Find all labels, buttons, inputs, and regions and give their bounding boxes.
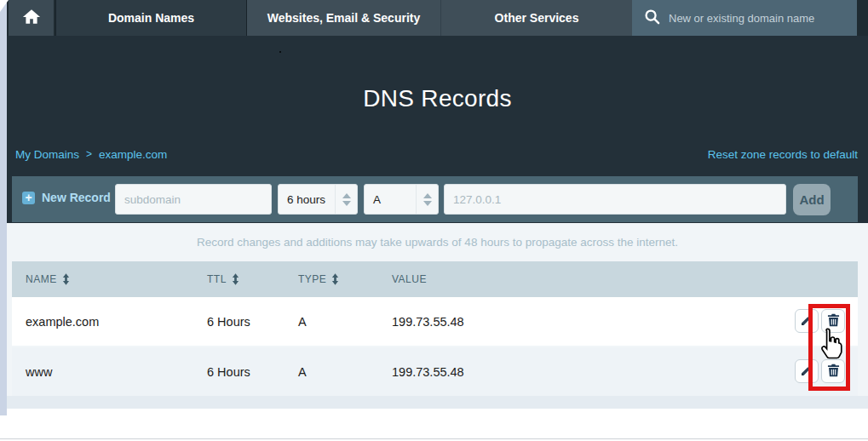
cell-type: A <box>298 347 307 396</box>
cell-type: A <box>298 297 307 346</box>
column-label: TYPE <box>298 273 326 285</box>
tab-label: Domain Names <box>108 11 194 25</box>
tab-label: Websites, Email & Security <box>267 11 420 25</box>
column-label: TTL <box>207 273 227 285</box>
top-navigation-bar: Domain Names Websites, Email & Security … <box>7 0 868 36</box>
column-label: NAME <box>26 273 57 285</box>
breadcrumb-my-domains[interactable]: My Domains <box>15 148 79 161</box>
table-row: www 6 Hours A 199.73.55.48 <box>12 347 858 396</box>
delete-record-button[interactable] <box>821 309 845 333</box>
edit-record-button[interactable] <box>795 309 819 333</box>
cell-name: www <box>26 347 52 396</box>
cell-value: 199.73.55.48 <box>392 347 464 396</box>
trash-icon <box>827 364 840 380</box>
tab-label: Other Services <box>495 11 579 25</box>
breadcrumb-current-domain: example.com <box>99 148 167 161</box>
spinner-down-icon <box>342 201 351 206</box>
ttl-select[interactable]: 6 hours <box>278 184 358 215</box>
domain-search-box[interactable] <box>632 0 857 36</box>
new-record-form-bar: + New Record 6 hours A Add <box>12 176 858 222</box>
plus-icon: + <box>22 192 35 204</box>
tab-websites-email-security[interactable]: Websites, Email & Security <box>247 0 440 36</box>
table-row: example.com 6 Hours A 199.73.55.48 <box>12 297 858 346</box>
spinner-down-icon <box>423 201 432 206</box>
records-table-header: NAME TTL TYPE VALUE <box>12 261 858 297</box>
spinner-up-icon <box>342 193 351 198</box>
home-icon <box>22 9 41 27</box>
table-footer-band <box>7 396 868 409</box>
breadcrumb-separator: > <box>86 148 92 161</box>
spinner-icon[interactable] <box>335 185 357 214</box>
column-header-name[interactable]: NAME <box>26 261 70 297</box>
spinner-up-icon <box>423 193 432 198</box>
content-area: Record changes and additions may take up… <box>7 223 868 409</box>
cell-value: 199.73.55.48 <box>392 297 464 346</box>
search-input[interactable] <box>669 12 848 25</box>
record-value-input[interactable] <box>444 184 786 215</box>
reset-zone-records-link[interactable]: Reset zone records to default <box>708 148 858 161</box>
sort-icon[interactable] <box>331 273 339 285</box>
stray-dot <box>279 51 281 53</box>
add-record-button[interactable]: Add <box>793 184 831 215</box>
record-type-value: A <box>373 193 381 206</box>
search-icon <box>644 9 660 28</box>
column-header-value: VALUE <box>392 261 427 297</box>
tab-other-services[interactable]: Other Services <box>440 0 632 36</box>
spinner-icon[interactable] <box>416 185 438 214</box>
new-record-label: New Record <box>42 191 111 204</box>
ttl-select-value: 6 hours <box>287 193 325 206</box>
new-record-button[interactable]: + New Record <box>22 191 111 204</box>
window-edge-strip <box>0 0 7 415</box>
pencil-icon <box>800 364 813 380</box>
page-title: DNS Records <box>7 85 868 112</box>
breadcrumb: My Domains > example.com <box>15 148 167 161</box>
cursor-artifact <box>0 0 9 12</box>
column-header-ttl[interactable]: TTL <box>207 261 239 297</box>
column-header-type[interactable]: TYPE <box>298 261 339 297</box>
propagation-notice: Record changes and additions may take up… <box>7 236 868 249</box>
delete-record-button[interactable] <box>821 359 845 383</box>
subdomain-input[interactable] <box>115 184 272 215</box>
record-type-select[interactable]: A <box>364 184 439 215</box>
edit-record-button[interactable] <box>795 359 819 383</box>
column-label: VALUE <box>392 273 427 285</box>
cell-name: example.com <box>26 297 99 346</box>
trash-icon <box>827 313 840 329</box>
cell-ttl: 6 Hours <box>207 347 250 396</box>
hero-section: DNS Records My Domains > example.com Res… <box>7 36 868 223</box>
pencil-icon <box>800 313 813 329</box>
cell-ttl: 6 Hours <box>207 297 250 346</box>
home-tab[interactable] <box>9 0 54 36</box>
sort-icon[interactable] <box>62 273 70 285</box>
window-bottom-border <box>0 438 868 439</box>
sort-icon[interactable] <box>232 273 239 285</box>
tab-domain-names[interactable]: Domain Names <box>55 0 247 36</box>
